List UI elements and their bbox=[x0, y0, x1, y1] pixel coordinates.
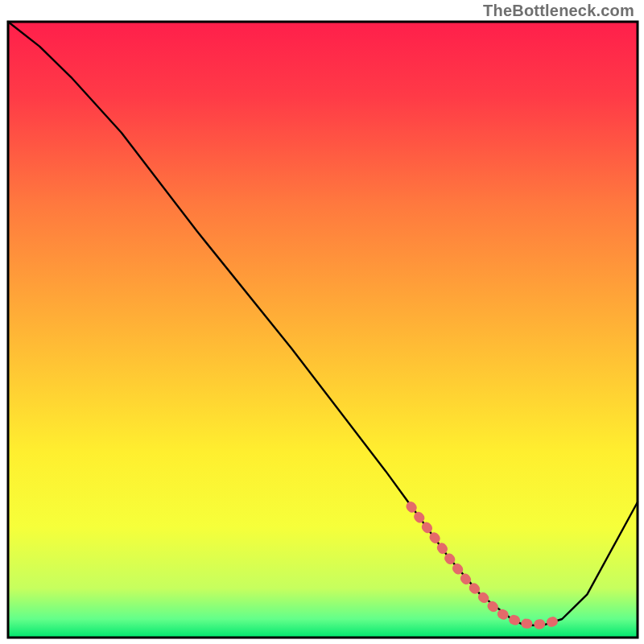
chart-container: TheBottleneck.com bbox=[0, 0, 644, 644]
plot-background bbox=[8, 22, 638, 638]
bottleneck-chart bbox=[0, 0, 644, 644]
